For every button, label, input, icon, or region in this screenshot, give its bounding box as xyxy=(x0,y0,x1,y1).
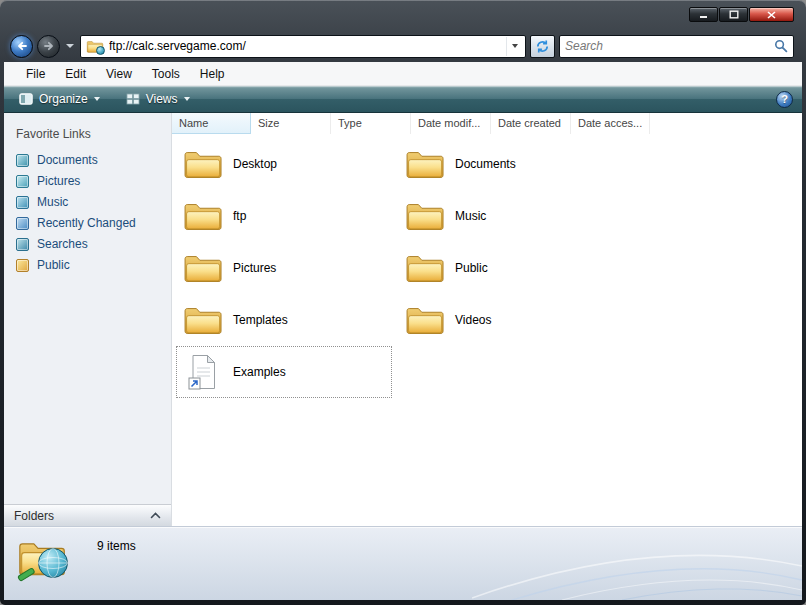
decorative-swoosh xyxy=(472,528,802,600)
file-item-music[interactable]: Music xyxy=(398,190,614,242)
folder-icon xyxy=(182,147,224,181)
column-header-type[interactable]: Type xyxy=(331,113,411,134)
refresh-button[interactable] xyxy=(530,35,555,58)
file-item-templates[interactable]: Templates xyxy=(176,294,392,346)
file-label: Examples xyxy=(233,365,286,379)
column-header-size[interactable]: Size xyxy=(251,113,331,134)
favorite-links-title: Favorite Links xyxy=(4,123,171,150)
search-box[interactable] xyxy=(559,35,794,58)
caption-buttons xyxy=(689,7,794,22)
close-button[interactable] xyxy=(749,7,794,22)
close-icon xyxy=(767,11,776,19)
command-toolbar: Organize Views ? xyxy=(4,86,802,113)
organize-label: Organize xyxy=(39,92,88,106)
sidebar-item-label: Music xyxy=(37,195,68,209)
items-count: 9 items xyxy=(97,539,136,553)
sidebar-item-recently-changed[interactable]: Recently Changed xyxy=(4,213,171,234)
file-item-examples[interactable]: Examples xyxy=(176,346,392,398)
column-header-name[interactable]: Name xyxy=(172,113,251,134)
file-list-pane: Name Size Type Date modif... Date create… xyxy=(172,113,802,526)
menu-file[interactable]: File xyxy=(16,64,55,84)
address-bar[interactable] xyxy=(80,35,526,58)
help-icon: ? xyxy=(781,93,788,105)
address-input[interactable] xyxy=(109,39,501,53)
sidebar-item-label: Searches xyxy=(37,237,88,251)
explorer-window: File Edit View Tools Help Organize xyxy=(0,0,806,605)
folder-icon xyxy=(182,199,224,233)
recently-changed-icon xyxy=(16,217,29,230)
folder-icon xyxy=(404,251,446,285)
column-headers: Name Size Type Date modif... Date create… xyxy=(172,113,802,134)
sidebar-item-label: Recently Changed xyxy=(37,216,136,230)
sidebar-item-music[interactable]: Music xyxy=(4,192,171,213)
minimize-button[interactable] xyxy=(689,7,718,22)
forward-button[interactable] xyxy=(37,35,60,58)
help-button[interactable]: ? xyxy=(776,91,793,108)
files-grid: Desktop Documents ftp Music xyxy=(176,138,620,398)
sidebar-item-searches[interactable]: Searches xyxy=(4,234,171,255)
chevron-up-icon xyxy=(150,512,161,519)
menu-edit[interactable]: Edit xyxy=(55,64,96,84)
views-label: Views xyxy=(146,92,178,106)
organize-icon xyxy=(19,93,33,105)
public-folder-icon xyxy=(16,259,29,272)
folder-icon xyxy=(404,303,446,337)
sidebar-item-label: Pictures xyxy=(37,174,80,188)
column-header-date-modified[interactable]: Date modif... xyxy=(411,113,491,134)
address-dropdown-button[interactable] xyxy=(506,37,523,56)
shortcut-file-icon xyxy=(188,354,218,390)
sidebar-item-documents[interactable]: Documents xyxy=(4,150,171,171)
sidebar-item-public[interactable]: Public xyxy=(4,255,171,276)
menu-bar: File Edit View Tools Help xyxy=(4,62,802,86)
back-arrow-icon xyxy=(16,40,28,52)
titlebar[interactable] xyxy=(0,0,806,30)
file-label: Pictures xyxy=(233,261,276,275)
views-button[interactable]: Views xyxy=(120,89,196,109)
folders-expander[interactable]: Folders xyxy=(4,504,171,526)
refresh-icon xyxy=(535,39,550,54)
column-header-date-accessed[interactable]: Date acces... xyxy=(571,113,650,134)
window-body: File Edit View Tools Help Organize xyxy=(4,62,802,600)
menu-view[interactable]: View xyxy=(96,64,142,84)
minimize-icon xyxy=(699,10,708,19)
file-label: Public xyxy=(455,261,488,275)
menu-help[interactable]: Help xyxy=(190,64,235,84)
documents-icon xyxy=(16,154,29,167)
music-icon xyxy=(16,196,29,209)
file-item-videos[interactable]: Videos xyxy=(398,294,614,346)
file-label: ftp xyxy=(233,209,246,223)
file-item-documents[interactable]: Documents xyxy=(398,138,614,190)
sidebar-item-pictures[interactable]: Pictures xyxy=(4,171,171,192)
forward-arrow-icon xyxy=(43,40,55,52)
file-item-desktop[interactable]: Desktop xyxy=(176,138,392,190)
file-label: Videos xyxy=(455,313,491,327)
ftp-folder-globe-icon xyxy=(86,39,104,54)
sidebar-item-label: Public xyxy=(37,258,70,272)
chevron-down-icon xyxy=(94,97,100,101)
file-label: Documents xyxy=(455,157,516,171)
folder-icon xyxy=(182,303,224,337)
file-label: Templates xyxy=(233,313,288,327)
navigation-pane: Favorite Links Documents Pictures Music … xyxy=(4,113,172,526)
organize-button[interactable]: Organize xyxy=(13,89,106,109)
chevron-down-icon xyxy=(66,44,74,48)
menu-tools[interactable]: Tools xyxy=(142,64,190,84)
folder-icon xyxy=(182,251,224,285)
file-item-pictures[interactable]: Pictures xyxy=(176,242,392,294)
views-icon xyxy=(126,93,140,105)
history-dropdown-button[interactable] xyxy=(64,36,76,56)
chevron-down-icon xyxy=(184,97,190,101)
file-item-ftp[interactable]: ftp xyxy=(176,190,392,242)
file-item-public[interactable]: Public xyxy=(398,242,614,294)
search-input[interactable] xyxy=(565,39,770,53)
column-header-date-created[interactable]: Date created xyxy=(491,113,571,134)
address-row xyxy=(0,30,806,62)
status-bar: 9 items xyxy=(4,526,802,600)
file-label: Desktop xyxy=(233,157,277,171)
back-button[interactable] xyxy=(10,35,33,58)
folders-label: Folders xyxy=(14,509,54,523)
ftp-folder-globe-icon xyxy=(16,534,74,586)
maximize-button[interactable] xyxy=(719,7,748,22)
folder-icon xyxy=(404,199,446,233)
maximize-icon xyxy=(729,10,739,19)
